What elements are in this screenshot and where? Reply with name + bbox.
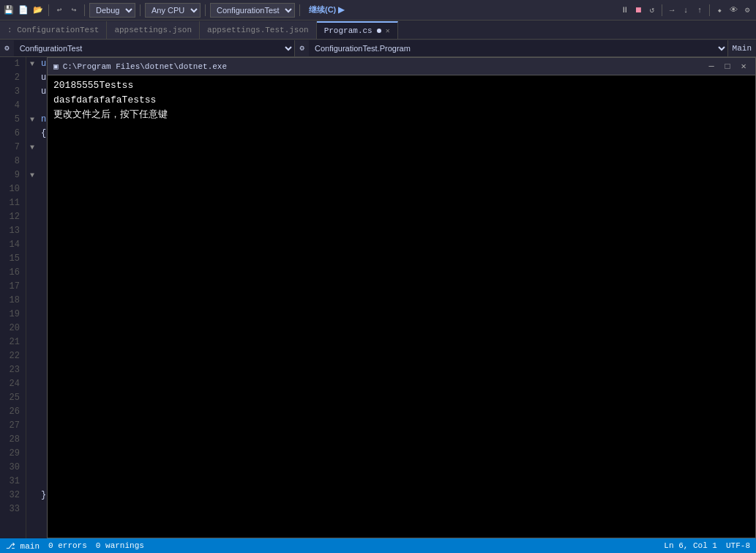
new-icon[interactable]: 📄 bbox=[18, 4, 29, 16]
terminal-title: C:\Program Files\dotnet\dotnet.exe bbox=[63, 62, 701, 71]
gutter-5[interactable]: ▼ bbox=[26, 113, 38, 127]
undo-icon[interactable]: ↩ bbox=[53, 4, 65, 16]
gutter-28 bbox=[26, 433, 38, 447]
gutter-4 bbox=[26, 99, 38, 113]
line-num-4: 4 bbox=[0, 99, 26, 113]
status-branch[interactable]: ⎇ main bbox=[6, 541, 40, 551]
status-warnings: 0 warnings bbox=[96, 541, 144, 550]
line-num-24: 24 bbox=[0, 377, 26, 391]
gutter-27 bbox=[26, 419, 38, 433]
open-icon[interactable]: 📂 bbox=[32, 4, 44, 16]
gutter-7[interactable]: ▼ bbox=[26, 141, 38, 155]
status-errors: 0 errors bbox=[48, 541, 87, 550]
gutter-9[interactable]: ▼ bbox=[26, 168, 38, 182]
gutter-33 bbox=[26, 502, 38, 516]
debug-controls: ⏸ ⏹ ↺ → ↓ ↑ ⬥ 👁 ⚙ bbox=[618, 4, 753, 16]
tab-bar: : ConfigurationTest appsettings.json app… bbox=[0, 21, 756, 40]
line-num-6: 6 bbox=[0, 127, 26, 141]
run-button[interactable]: 继续(C) ▶ bbox=[304, 3, 348, 17]
cpu-dropdown[interactable]: Any CPU bbox=[145, 3, 201, 18]
gutter-11 bbox=[26, 196, 38, 210]
tab-label: appsettings.json bbox=[114, 26, 192, 34]
gutter-1[interactable]: ▼ bbox=[26, 57, 38, 71]
line-num-5: 5 bbox=[0, 113, 26, 127]
restart-icon[interactable]: ↺ bbox=[646, 4, 658, 16]
tab-program-cs[interactable]: Program.cs ✕ bbox=[317, 21, 398, 39]
terminal-titlebar: ▣ C:\Program Files\dotnet\dotnet.exe — □… bbox=[48, 58, 755, 75]
terminal-line-3: 更改文件之后，按下任意键 bbox=[53, 108, 749, 122]
gutter-31 bbox=[26, 475, 38, 489]
line-num-1: 1 bbox=[0, 57, 26, 71]
gutter-20 bbox=[26, 322, 38, 335]
line-num-12: 12 bbox=[0, 210, 26, 224]
nav-bar: ⚙ ConfigurationTest ⚙ ConfigurationTest.… bbox=[0, 40, 756, 57]
line-num-14: 14 bbox=[0, 238, 26, 252]
tab-label: Program.cs bbox=[324, 26, 373, 35]
line-num-32: 32 bbox=[0, 489, 26, 502]
line-num-11: 11 bbox=[0, 196, 26, 210]
step-over-icon[interactable]: → bbox=[666, 4, 678, 16]
redo-icon[interactable]: ↪ bbox=[68, 4, 80, 16]
sep3 bbox=[140, 4, 141, 16]
line-num-33: 33 bbox=[0, 502, 26, 516]
step-into-icon[interactable]: ↓ bbox=[680, 4, 692, 16]
nav-main-label: Main bbox=[728, 44, 756, 53]
line-num-17: 17 bbox=[0, 280, 26, 294]
sep5 bbox=[299, 4, 300, 16]
terminal-content[interactable]: 20185555Testss dasfdafafafaTestss 更改文件之后… bbox=[48, 75, 755, 538]
status-bar: ⎇ main 0 errors 0 warnings Ln 6, Col 1 U… bbox=[0, 538, 756, 553]
gutter-12 bbox=[26, 210, 38, 224]
project-dropdown[interactable]: ConfigurationTest bbox=[210, 3, 295, 18]
sep2 bbox=[84, 4, 85, 16]
gutter: ▼ ▼ ▼ ▼ bbox=[26, 57, 38, 538]
gutter-18 bbox=[26, 294, 38, 308]
line-numbers: 1 2 3 4 5 6 7 8 9 10 11 12 13 14 15 16 1… bbox=[0, 57, 26, 538]
line-num-25: 25 bbox=[0, 391, 26, 405]
gutter-30 bbox=[26, 461, 38, 475]
cpu-selector: Any CPU bbox=[145, 3, 201, 18]
step-out-icon[interactable]: ↑ bbox=[694, 4, 706, 16]
gutter-15 bbox=[26, 252, 38, 266]
gutter-26 bbox=[26, 405, 38, 419]
tab-appsettings-test[interactable]: appsettings.Test.json bbox=[200, 21, 317, 39]
line-num-8: 8 bbox=[0, 155, 26, 168]
line-num-28: 28 bbox=[0, 433, 26, 447]
sep7 bbox=[709, 4, 710, 16]
line-num-7: 7 bbox=[0, 141, 26, 155]
tab-close-button[interactable]: ✕ bbox=[386, 26, 390, 35]
terminal-icon: ▣ bbox=[53, 62, 59, 71]
debug-dropdown[interactable]: Debug bbox=[89, 3, 135, 18]
nav-right-select[interactable]: ConfigurationTest.Program bbox=[309, 40, 728, 56]
gutter-19 bbox=[26, 308, 38, 322]
terminal-maximize-button[interactable]: □ bbox=[722, 61, 733, 73]
terminal-minimize-button[interactable]: — bbox=[706, 61, 717, 73]
stop-icon[interactable]: ⏹ bbox=[632, 4, 644, 16]
line-num-2: 2 bbox=[0, 71, 26, 85]
line-num-21: 21 bbox=[0, 335, 26, 349]
tab-configurationtest[interactable]: : ConfigurationTest bbox=[0, 21, 107, 39]
line-num-3: 3 bbox=[0, 85, 26, 99]
nav-left-select[interactable]: ConfigurationTest bbox=[14, 40, 296, 56]
watch-icon[interactable]: 👁 bbox=[727, 4, 739, 16]
status-encoding: UTF-8 bbox=[726, 541, 750, 550]
gutter-25 bbox=[26, 391, 38, 405]
breakpoints-icon[interactable]: ⬥ bbox=[714, 4, 725, 16]
settings-icon[interactable]: ⚙ bbox=[741, 4, 753, 16]
nav-icon: ⚙ bbox=[0, 43, 14, 53]
gutter-8 bbox=[26, 155, 38, 168]
gutter-32 bbox=[26, 489, 38, 502]
line-num-20: 20 bbox=[0, 322, 26, 335]
editor-area: 1 2 3 4 5 6 7 8 9 10 11 12 13 14 15 16 1… bbox=[0, 57, 756, 538]
gutter-22 bbox=[26, 349, 38, 363]
line-num-18: 18 bbox=[0, 294, 26, 308]
line-num-10: 10 bbox=[0, 182, 26, 196]
sep6 bbox=[662, 4, 662, 16]
terminal-close-button[interactable]: ✕ bbox=[738, 61, 749, 73]
pause-icon[interactable]: ⏸ bbox=[618, 4, 630, 16]
tab-appsettings[interactable]: appsettings.json bbox=[107, 21, 200, 39]
toolbar: 💾 📄 📂 ↩ ↪ Debug Any CPU ConfigurationTes… bbox=[0, 0, 756, 21]
gutter-14 bbox=[26, 238, 38, 252]
tab-label: appsettings.Test.json bbox=[207, 26, 309, 34]
save-icon[interactable]: 💾 bbox=[3, 4, 15, 16]
line-num-30: 30 bbox=[0, 461, 26, 475]
